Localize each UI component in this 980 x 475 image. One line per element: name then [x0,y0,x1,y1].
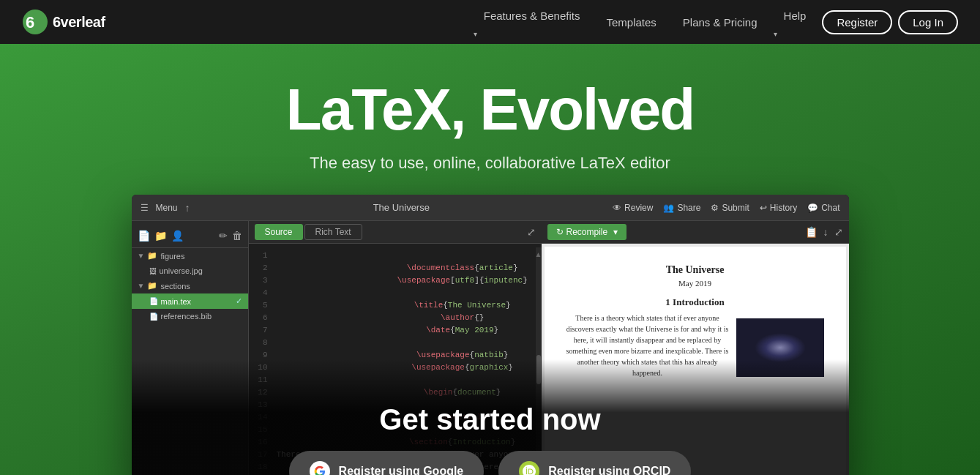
nav-templates[interactable]: Templates [596,12,666,33]
orcid-icon [519,461,539,475]
active-file-indicator: ✓ [236,296,242,306]
register-orcid-button[interactable]: Register using ORCID [498,451,691,475]
chat-icon: 💬 [807,203,818,213]
navbar: 6 6verleaf Features & Benefits ▾ Templat… [0,0,980,44]
universe-file[interactable]: 🖼 universe.jpg [132,263,248,278]
preview-doc-date: May 2019 [566,279,824,288]
chevron-icon: ▼ [138,252,145,260]
chevron-down-icon: ▾ [474,30,477,38]
file-toolbar: 📄 📁 👤 ✏ 🗑 [132,227,248,248]
hero-section: LaTeX, Evolved The easy to use, online, … [0,44,980,475]
preview-doc-title: The Universe [566,264,824,276]
history-button[interactable]: ↩ History [760,203,797,213]
register-button-nav[interactable]: Register [822,10,892,34]
nav-links: Features & Benefits ▾ Templates Plans & … [474,5,958,40]
references-file[interactable]: 📄 references.bib [132,309,248,323]
new-folder-icon[interactable]: 📁 [154,230,167,242]
submit-icon: ⚙ [711,203,719,213]
nav-features[interactable]: Features & Benefits ▾ [474,5,591,40]
hero-subtitle: The easy to use, online, collaborative L… [15,154,965,173]
save-icon[interactable]: ↓ [823,226,828,238]
chevron-down-icon: ▾ [774,30,777,38]
upload-icon: ↑ [185,202,190,214]
main-tex-file[interactable]: 📄 main.tex ✓ [132,293,248,309]
file-icon: 📄 [149,297,158,305]
review-icon: 👁 [613,203,621,213]
upload-file-icon[interactable]: 👤 [171,230,184,242]
register-google-button[interactable]: Register using Google [289,451,485,475]
refresh-icon: ↻ [556,227,564,237]
expand-preview-icon[interactable]: ⤢ [834,226,843,238]
menu-button[interactable]: Menu [156,203,178,213]
login-button-nav[interactable]: Log In [898,10,958,34]
svg-text:6: 6 [26,13,34,31]
submit-button[interactable]: ⚙ Submit [711,203,749,213]
sections-folder[interactable]: ▼ 📁 sections [132,278,248,293]
file-icon: 📄 [149,313,158,321]
file-icon: 🖼 [149,267,157,275]
cta-title: Get started now [132,403,849,436]
delete-icon[interactable]: 🗑 [232,230,242,242]
dropdown-arrow[interactable]: ▾ [613,227,618,237]
folder-icon: 📁 [147,281,157,291]
editor-topbar: ☰ Menu ↑ The Universe 👁 Review 👥 Share ⚙ [132,195,849,221]
share-icon: 👥 [663,203,674,213]
chat-button[interactable]: 💬 Chat [807,203,839,213]
cta-overlay: Get started now Register using Google [132,359,849,475]
recompile-button[interactable]: ↻ Recompile ▾ [547,224,627,240]
google-icon [310,461,330,475]
cta-buttons: Register using Google Register using ORC… [132,451,849,475]
hero-title: LaTeX, Evolved [15,81,965,139]
source-tab[interactable]: Source [255,224,303,240]
figures-folder[interactable]: ▼ 📁 figures [132,248,248,263]
scroll-up-icon[interactable]: ▲ [535,250,542,258]
logo[interactable]: 6 6verleaf [22,9,105,35]
document-title: The Universe [373,202,430,213]
nav-help[interactable]: Help ▾ [774,5,817,40]
rich-text-tab[interactable]: Rich Text [304,224,362,240]
code-toolbar: Source Rich Text ⤢ [249,221,542,244]
new-file-icon[interactable]: 📄 [138,230,150,242]
share-button[interactable]: 👥 Share [663,203,700,213]
download-icon[interactable]: 📋 [805,226,818,238]
editor-mockup: ☰ Menu ↑ The Universe 👁 Review 👥 Share ⚙ [132,195,849,475]
editor-tabs: Source Rich Text [255,224,362,240]
review-button[interactable]: 👁 Review [613,203,653,213]
chevron-icon: ▼ [138,282,145,290]
preview-toolbar: ↻ Recompile ▾ 📋 ↓ ⤢ [542,221,849,244]
edit-icon[interactable]: ✏ [219,230,228,242]
folder-icon: 📁 [147,251,157,261]
history-icon: ↩ [760,203,767,213]
editor-menu-icon: ☰ [141,203,149,213]
expand-icon[interactable]: ⤢ [527,226,536,238]
galaxy-visual [755,333,806,362]
preview-section-heading: 1 Introduction [566,296,824,308]
nav-pricing[interactable]: Plans & Pricing [673,12,768,33]
